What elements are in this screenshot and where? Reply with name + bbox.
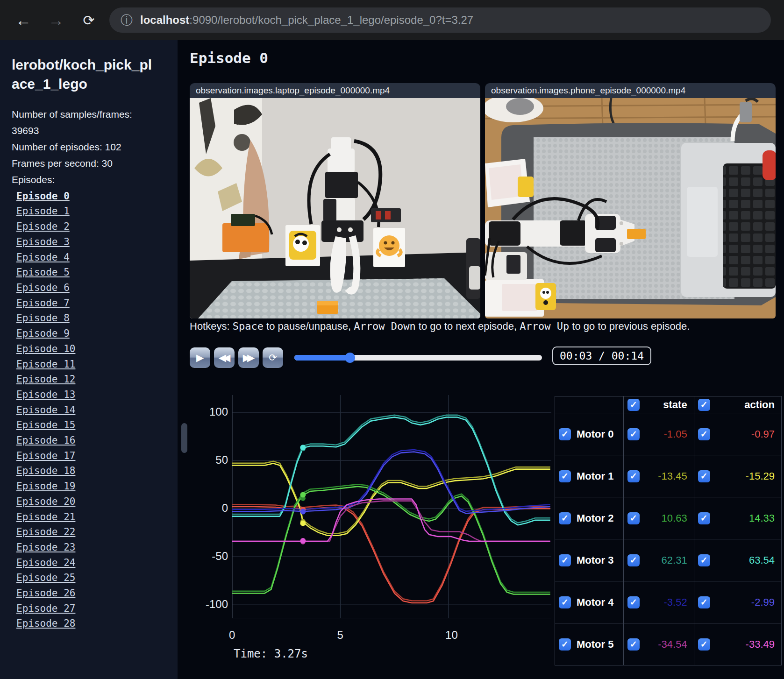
episode-link-6[interactable]: Episode 6 (16, 280, 178, 296)
main-content: Episode 0 observation.images.laptop_epis… (178, 40, 784, 679)
episode-link-14[interactable]: Episode 14 (16, 403, 178, 418)
motors-table: ✓state ✓action ✓Motor 0 ✓-1.05 ✓-0.97 ✓M… (555, 396, 782, 665)
url-text: localhost:9090/lerobot/koch_pick_place_1… (140, 14, 473, 27)
motor-0-name: Motor 0 (577, 428, 613, 440)
motor-row-3: ✓Motor 3 ✓62.31 ✓63.54 (555, 539, 782, 581)
motor-0-action-value: -0.97 (716, 428, 775, 440)
motor-4-action-checkbox[interactable]: ✓ (698, 596, 710, 608)
stat-episodes: Number of episodes: 102 (12, 139, 160, 155)
episode-link-9[interactable]: Episode 9 (16, 326, 178, 341)
time-display: 00:03 / 00:14 (552, 347, 651, 365)
episode-link-8[interactable]: Episode 8 (16, 311, 178, 326)
hotkey-arrow-up: Arrow Up (520, 320, 569, 332)
action-header: action (716, 399, 775, 411)
motor-0-checkbox[interactable]: ✓ (559, 428, 571, 440)
stat-fps: Frames per second: 30 (12, 155, 160, 171)
reload-icon[interactable]: ⟳ (79, 12, 98, 28)
url-host: localhost (140, 14, 189, 26)
state-header: state (645, 399, 687, 411)
motor-0-state-checkbox[interactable]: ✓ (627, 428, 640, 440)
motor-chart[interactable]: Time: 3.27s 100500-50-1000510 (178, 388, 555, 679)
episode-link-1[interactable]: Episode 1 (16, 204, 178, 219)
episode-link-28[interactable]: Episode 28 (16, 616, 178, 631)
motor-3-checkbox[interactable]: ✓ (559, 554, 571, 566)
loop-button[interactable]: ⟳ (263, 347, 283, 368)
motor-5-action-checkbox[interactable]: ✓ (698, 638, 710, 651)
episode-link-16[interactable]: Episode 16 (16, 433, 178, 448)
episode-link-13[interactable]: Episode 13 (16, 387, 178, 403)
episode-link-12[interactable]: Episode 12 (16, 372, 178, 387)
page-title: Episode 0 (190, 50, 268, 66)
motor-4-checkbox[interactable]: ✓ (559, 596, 571, 608)
y-tick-label: 100 (185, 405, 228, 418)
motor-4-state-checkbox[interactable]: ✓ (627, 596, 640, 608)
chart-line-motor-0-action (232, 507, 550, 603)
episode-link-0[interactable]: Episode 0 (16, 189, 178, 204)
episode-link-10[interactable]: Episode 10 (16, 341, 178, 357)
video-phone-frame (485, 98, 776, 318)
episode-link-15[interactable]: Episode 15 (16, 417, 178, 433)
episode-list: Episode 0Episode 1Episode 2Episode 3Epis… (16, 189, 178, 631)
episode-link-24[interactable]: Episode 24 (16, 555, 178, 571)
url-bar[interactable]: ⓘ localhost:9090/lerobot/koch_pick_place… (109, 7, 771, 33)
motor-5-state-checkbox[interactable]: ✓ (627, 638, 640, 651)
site-info-icon[interactable]: ⓘ (121, 12, 133, 28)
episodes-label: Episodes: (12, 171, 160, 188)
state-column-checkbox[interactable]: ✓ (627, 399, 640, 411)
sidebar: lerobot/koch_pick_place_1_lego Number of… (0, 40, 178, 679)
motor-3-name: Motor 3 (577, 554, 613, 566)
motor-1-action-checkbox[interactable]: ✓ (698, 470, 710, 482)
episode-link-2[interactable]: Episode 2 (16, 219, 178, 234)
motor-3-action-checkbox[interactable]: ✓ (698, 554, 710, 566)
episode-link-18[interactable]: Episode 18 (16, 463, 178, 479)
episode-link-25[interactable]: Episode 25 (16, 570, 178, 586)
y-tick-label: -50 (185, 550, 228, 563)
motor-3-state-checkbox[interactable]: ✓ (627, 554, 640, 566)
url-path: :9090/lerobot/koch_pick_place_1_lego/epi… (189, 14, 473, 26)
motor-2-checkbox[interactable]: ✓ (559, 512, 571, 524)
browser-toolbar: ← → ⟳ ⓘ localhost:9090/lerobot/koch_pick… (0, 0, 784, 40)
episode-link-4[interactable]: Episode 4 (16, 250, 178, 265)
motor-5-checkbox[interactable]: ✓ (559, 638, 571, 651)
seek-slider[interactable] (294, 355, 542, 361)
motor-2-state-checkbox[interactable]: ✓ (627, 512, 640, 524)
hotkey-space: Space (233, 320, 264, 332)
episode-link-19[interactable]: Episode 19 (16, 479, 178, 494)
episode-link-26[interactable]: Episode 26 (16, 586, 178, 601)
motor-2-name: Motor 2 (577, 512, 613, 524)
episode-link-20[interactable]: Episode 20 (16, 494, 178, 509)
video-phone-camera: observation.images.phone_episode_000000.… (485, 83, 776, 318)
motor-1-checkbox[interactable]: ✓ (559, 470, 571, 482)
motor-1-state-checkbox[interactable]: ✓ (627, 470, 640, 482)
play-button[interactable]: ▶ (190, 347, 210, 368)
episode-link-3[interactable]: Episode 3 (16, 234, 178, 250)
seek-thumb[interactable] (345, 353, 355, 363)
episode-link-17[interactable]: Episode 17 (16, 448, 178, 464)
motor-1-name: Motor 1 (577, 470, 613, 482)
motor-row-4: ✓Motor 4 ✓-3.52 ✓-2.99 (555, 581, 782, 623)
fast-forward-button[interactable]: ▶▶ (238, 347, 259, 368)
episode-link-7[interactable]: Episode 7 (16, 296, 178, 311)
motor-row-1: ✓Motor 1 ✓-13.45 ✓-15.29 (555, 455, 782, 497)
motor-0-action-checkbox[interactable]: ✓ (698, 428, 710, 440)
rewind-button[interactable]: ◀◀ (214, 347, 235, 368)
motor-2-action-checkbox[interactable]: ✓ (698, 512, 710, 524)
y-tick-label: -100 (185, 598, 228, 611)
chart-plot-area[interactable] (232, 395, 551, 618)
x-tick-label: 5 (337, 629, 343, 642)
action-column-checkbox[interactable]: ✓ (698, 399, 710, 411)
episode-link-5[interactable]: Episode 5 (16, 265, 178, 280)
stat-samples: Number of samples/frames: 39693 (12, 106, 160, 139)
scrollbar-thumb[interactable] (181, 423, 187, 453)
episode-link-27[interactable]: Episode 27 (16, 601, 178, 616)
forward-icon[interactable]: → (47, 11, 65, 29)
video-phone-title: observation.images.phone_episode_000000.… (485, 83, 776, 98)
episode-link-21[interactable]: Episode 21 (16, 509, 178, 525)
episode-link-11[interactable]: Episode 11 (16, 357, 178, 372)
episode-link-23[interactable]: Episode 23 (16, 540, 178, 555)
play-icon: ▶ (196, 352, 204, 363)
episode-link-22[interactable]: Episode 22 (16, 524, 178, 540)
motor-3-state-value: 62.31 (645, 554, 687, 566)
y-tick-label: 50 (185, 453, 228, 467)
back-icon[interactable]: ← (14, 11, 33, 29)
